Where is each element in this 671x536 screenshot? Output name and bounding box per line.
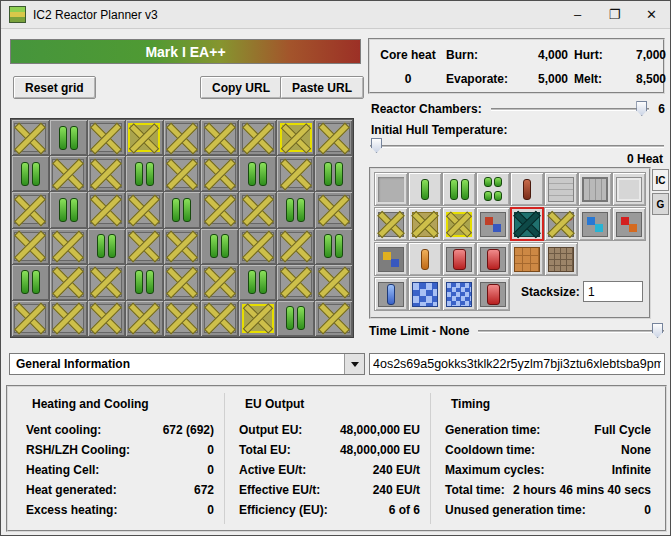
time-limit-slider[interactable] xyxy=(477,323,665,339)
grid-cell-overclocked-heat-vent[interactable] xyxy=(12,192,49,227)
grid-cell-dual-uranium-cell[interactable] xyxy=(277,192,314,227)
grid-cell-component-heat-vent[interactable] xyxy=(277,120,314,155)
palette-item-reactor-heat-exchanger[interactable] xyxy=(374,242,408,276)
palette-item-lzh-condensator[interactable] xyxy=(476,242,510,276)
palette-item-heat-exchanger[interactable] xyxy=(476,207,510,241)
grid-cell-dual-uranium-cell[interactable] xyxy=(201,229,238,264)
grid-cell-overclocked-heat-vent[interactable] xyxy=(164,265,201,300)
palette-item-empty-slot[interactable] xyxy=(374,172,408,206)
slider-thumb[interactable] xyxy=(371,138,382,153)
grid-cell-dual-uranium-cell[interactable] xyxy=(126,156,163,191)
stacksize-input[interactable] xyxy=(583,281,643,302)
palette-item-heat-capacity-reactor-plating[interactable] xyxy=(544,242,578,276)
grid-cell-overclocked-heat-vent[interactable] xyxy=(164,229,201,264)
palette-item-reactor-heat-vent[interactable] xyxy=(544,207,578,241)
grid-cell-component-heat-vent[interactable] xyxy=(239,301,276,336)
grid-cell-overclocked-heat-vent[interactable] xyxy=(315,301,352,336)
info-dropdown[interactable]: General Information xyxy=(9,353,365,375)
grid-cell-overclocked-heat-vent[interactable] xyxy=(239,192,276,227)
grid-cell-overclocked-heat-vent[interactable] xyxy=(239,120,276,155)
grid-cell-overclocked-heat-vent[interactable] xyxy=(88,192,125,227)
dropdown-button[interactable] xyxy=(344,354,364,374)
palette-item-coolant-cell-10k[interactable] xyxy=(374,277,408,311)
grid-cell-overclocked-heat-vent[interactable] xyxy=(12,120,49,155)
grid-cell-dual-uranium-cell[interactable] xyxy=(12,156,49,191)
grid-cell-overclocked-heat-vent[interactable] xyxy=(126,192,163,227)
grid-cell-dual-uranium-cell[interactable] xyxy=(50,192,87,227)
grid-cell-overclocked-heat-vent[interactable] xyxy=(50,229,87,264)
slider-thumb[interactable] xyxy=(636,101,647,116)
grid-cell-overclocked-heat-vent[interactable] xyxy=(12,229,49,264)
grid-cell-overclocked-heat-vent[interactable] xyxy=(315,192,352,227)
grid-cell-dual-uranium-cell[interactable] xyxy=(88,229,125,264)
grid-cell-overclocked-heat-vent[interactable] xyxy=(88,120,125,155)
grid-cell-overclocked-heat-vent[interactable] xyxy=(164,301,201,336)
palette-item-advanced-heat-vent[interactable] xyxy=(408,207,442,241)
palette-item-thick-neutron-reflector[interactable] xyxy=(578,172,612,206)
grid-cell-dual-uranium-cell[interactable] xyxy=(239,265,276,300)
grid-cell-dual-uranium-cell[interactable] xyxy=(164,192,201,227)
palette-item-heat-vent[interactable] xyxy=(374,207,408,241)
hull-temperature-slider[interactable] xyxy=(369,138,665,154)
palette-item-coolant-cell-30k[interactable] xyxy=(408,277,442,311)
grid-cell-overclocked-heat-vent[interactable] xyxy=(201,301,238,336)
palette-item-neutron-reflector[interactable] xyxy=(544,172,578,206)
palette-item-overclocked-heat-vent[interactable] xyxy=(510,207,544,241)
palette-item-uranium-cell[interactable] xyxy=(408,172,442,206)
palette-item-dual-uranium-cell[interactable] xyxy=(442,172,476,206)
grid-cell-dual-uranium-cell[interactable] xyxy=(315,229,352,264)
grid-cell-overclocked-heat-vent[interactable] xyxy=(50,156,87,191)
grid-cell-overclocked-heat-vent[interactable] xyxy=(201,192,238,227)
grid-cell-overclocked-heat-vent[interactable] xyxy=(239,229,276,264)
tab-ic[interactable]: IC xyxy=(652,169,669,191)
grid-cell-dual-uranium-cell[interactable] xyxy=(277,301,314,336)
palette-item-red-condensator[interactable] xyxy=(476,277,510,311)
palette-item-containment-reactor-plating[interactable] xyxy=(510,242,544,276)
grid-cell-overclocked-heat-vent[interactable] xyxy=(315,120,352,155)
grid-cell-overclocked-heat-vent[interactable] xyxy=(126,301,163,336)
grid-cell-overclocked-heat-vent[interactable] xyxy=(88,301,125,336)
grid-cell-overclocked-heat-vent[interactable] xyxy=(88,265,125,300)
grid-cell-dual-uranium-cell[interactable] xyxy=(239,156,276,191)
grid-cell-component-heat-vent[interactable] xyxy=(126,120,163,155)
reactor-code-field[interactable] xyxy=(369,353,665,375)
grid-cell-overclocked-heat-vent[interactable] xyxy=(164,120,201,155)
grid-cell-overclocked-heat-vent[interactable] xyxy=(277,229,314,264)
mox-cell-icon xyxy=(514,177,540,202)
grid-cell-overclocked-heat-vent[interactable] xyxy=(126,229,163,264)
grid-cell-overclocked-heat-vent[interactable] xyxy=(12,301,49,336)
palette-item-coolant-cell-60k[interactable] xyxy=(442,277,476,311)
palette-item-component-heat-vent[interactable] xyxy=(442,207,476,241)
grid-cell-overclocked-heat-vent[interactable] xyxy=(50,265,87,300)
grid-cell-overclocked-heat-vent[interactable] xyxy=(50,301,87,336)
palette-item-mox-cell[interactable] xyxy=(510,172,544,206)
time-limit-label: Time Limit - None xyxy=(369,324,469,338)
palette-item-component-heat-exchanger[interactable] xyxy=(612,207,646,241)
slider-thumb[interactable] xyxy=(652,323,663,338)
grid-cell-overclocked-heat-vent[interactable] xyxy=(277,156,314,191)
grid-cell-dual-uranium-cell[interactable] xyxy=(126,265,163,300)
palette-item-reactor-plating[interactable] xyxy=(612,172,646,206)
grid-cell-overclocked-heat-vent[interactable] xyxy=(164,156,201,191)
minimize-icon[interactable]: – xyxy=(559,1,596,28)
maximize-icon[interactable]: ❐ xyxy=(596,1,633,28)
reset-grid-button[interactable]: Reset grid xyxy=(13,76,96,99)
grid-cell-overclocked-heat-vent[interactable] xyxy=(277,265,314,300)
grid-cell-dual-uranium-cell[interactable] xyxy=(315,156,352,191)
copy-url-button[interactable]: Copy URL xyxy=(200,76,282,99)
grid-cell-overclocked-heat-vent[interactable] xyxy=(88,156,125,191)
palette-item-heating-cell[interactable] xyxy=(408,242,442,276)
palette-item-quad-uranium-cell[interactable] xyxy=(476,172,510,206)
paste-url-button[interactable]: Paste URL xyxy=(280,76,364,99)
grid-cell-overclocked-heat-vent[interactable] xyxy=(201,156,238,191)
reactor-chambers-slider[interactable] xyxy=(490,101,651,117)
palette-item-rsh-condensator[interactable] xyxy=(442,242,476,276)
grid-cell-dual-uranium-cell[interactable] xyxy=(12,265,49,300)
palette-item-advanced-heat-exchanger[interactable] xyxy=(578,207,612,241)
tab-g[interactable]: G xyxy=(652,193,669,215)
grid-cell-overclocked-heat-vent[interactable] xyxy=(315,265,352,300)
grid-cell-overclocked-heat-vent[interactable] xyxy=(201,120,238,155)
close-icon[interactable]: ✕ xyxy=(633,1,670,28)
grid-cell-dual-uranium-cell[interactable] xyxy=(50,120,87,155)
grid-cell-overclocked-heat-vent[interactable] xyxy=(201,265,238,300)
